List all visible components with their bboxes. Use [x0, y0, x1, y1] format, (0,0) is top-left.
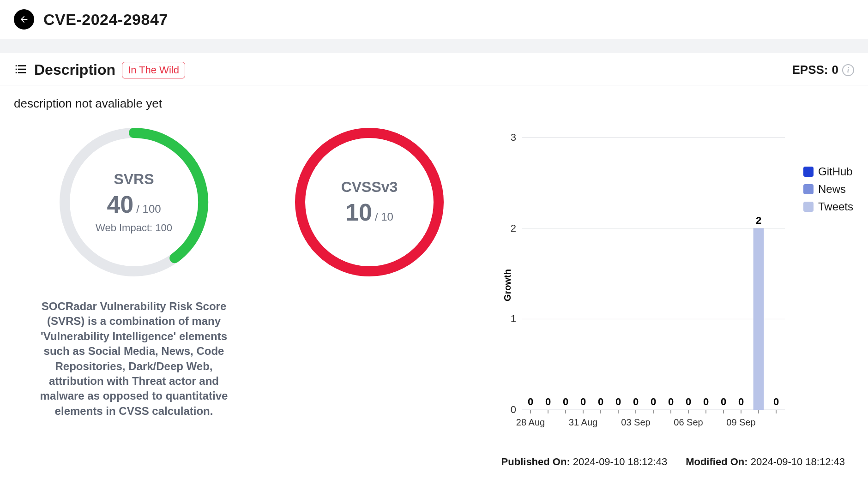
legend-swatch — [803, 202, 814, 212]
section-header: Description In The Wild EPSS: 0 i — [0, 53, 868, 85]
legend-label: News — [818, 183, 846, 196]
list-icon — [14, 62, 28, 78]
svg-text:0: 0 — [668, 396, 674, 407]
page-title: CVE-2024-29847 — [43, 11, 168, 29]
growth-chart: Growth 012328 Aug31 Aug03 Sep06 Sep09 Se… — [494, 128, 790, 442]
svrs-score: 40 — [107, 191, 133, 218]
svg-text:0: 0 — [563, 396, 568, 407]
published-label: Published On: — [501, 456, 570, 467]
epss-value: 0 — [832, 63, 838, 77]
svg-text:31 Aug: 31 Aug — [569, 417, 597, 427]
svg-text:0: 0 — [598, 396, 603, 407]
legend-swatch — [803, 184, 814, 194]
in-the-wild-badge: In The Wild — [122, 62, 185, 78]
chart-legend: GitHubNewsTweets — [803, 165, 853, 218]
svg-text:0: 0 — [615, 396, 621, 407]
page-header: CVE-2024-29847 — [0, 0, 868, 39]
svrs-gauge: SVRS 40 / 100 Web Impact: 100 — [55, 124, 212, 281]
description-text: description not avaliable yet — [14, 96, 854, 111]
svg-text:0: 0 — [703, 396, 709, 407]
svg-text:0: 0 — [773, 396, 779, 407]
cvss-score: 10 — [345, 198, 372, 226]
svg-rect-44 — [753, 228, 764, 410]
svg-text:06 Sep: 06 Sep — [674, 417, 703, 427]
svg-text:2: 2 — [511, 222, 516, 234]
svg-text:3: 3 — [511, 132, 516, 143]
svg-text:0: 0 — [545, 396, 551, 407]
svg-text:0: 0 — [738, 396, 744, 407]
svg-text:28 Aug: 28 Aug — [516, 417, 545, 427]
dates-line: Published On: 2024-09-10 18:12:43 Modifi… — [494, 456, 854, 468]
svrs-sub: Web Impact: 100 — [55, 222, 212, 234]
svg-text:03 Sep: 03 Sep — [621, 417, 650, 427]
modified-value: 2024-09-10 18:12:43 — [751, 456, 845, 467]
svg-text:0: 0 — [580, 396, 586, 407]
legend-swatch — [803, 167, 814, 177]
legend-label: GitHub — [818, 165, 853, 178]
epss-label: EPSS: — [792, 63, 828, 77]
divider-strip — [0, 39, 868, 53]
svrs-description: SOCRadar Vulnerability Risk Score (SVRS)… — [37, 299, 231, 419]
chart-ylabel: Growth — [502, 269, 513, 301]
section-title: Description — [34, 61, 115, 78]
svg-text:0: 0 — [721, 396, 726, 407]
svg-text:0: 0 — [511, 404, 516, 415]
back-button[interactable] — [14, 9, 34, 30]
svrs-title: SVRS — [55, 171, 212, 188]
cvss-title: CVSSv3 — [291, 179, 448, 196]
info-icon[interactable]: i — [842, 64, 854, 76]
epss-score: EPSS: 0 i — [792, 63, 855, 77]
cvss-gauge: CVSSv3 10 / 10 — [291, 124, 448, 281]
cvss-max: / 10 — [375, 210, 393, 223]
svg-text:0: 0 — [528, 396, 533, 407]
svg-text:2: 2 — [756, 215, 761, 226]
svg-text:1: 1 — [511, 313, 516, 324]
svg-text:0: 0 — [633, 396, 639, 407]
legend-item[interactable]: GitHub — [803, 165, 853, 178]
legend-item[interactable]: Tweets — [803, 200, 853, 213]
svg-text:0: 0 — [651, 396, 656, 407]
legend-label: Tweets — [818, 200, 853, 213]
arrow-left-icon — [19, 14, 29, 24]
svrs-max: / 100 — [136, 203, 161, 216]
published-value: 2024-09-10 18:12:43 — [573, 456, 667, 467]
svg-text:0: 0 — [686, 396, 691, 407]
growth-chart-svg: 012328 Aug31 Aug03 Sep06 Sep09 Sep000000… — [494, 128, 790, 442]
modified-label: Modified On: — [686, 456, 747, 467]
svg-text:09 Sep: 09 Sep — [726, 417, 755, 427]
legend-item[interactable]: News — [803, 183, 853, 196]
